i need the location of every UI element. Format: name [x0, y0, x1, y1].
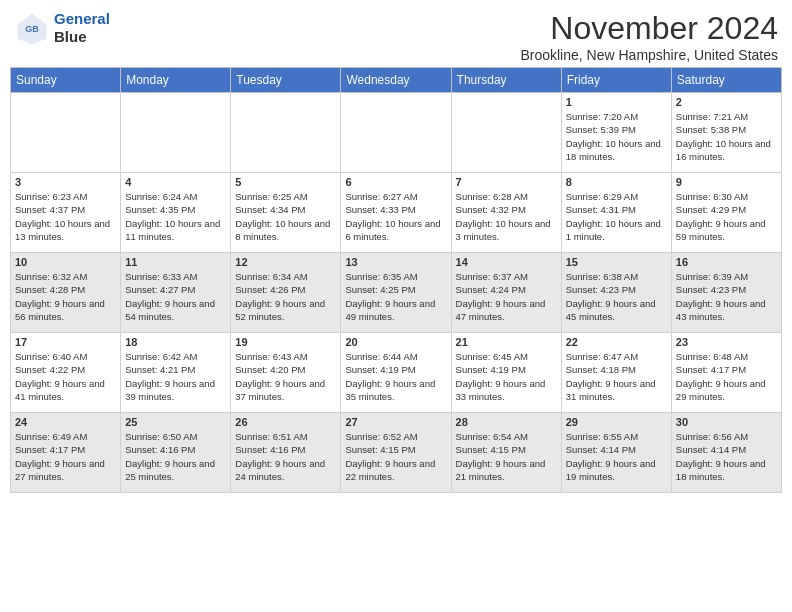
- week-row-4: 17Sunrise: 6:40 AM Sunset: 4:22 PM Dayli…: [11, 333, 782, 413]
- day-info: Sunrise: 6:35 AM Sunset: 4:25 PM Dayligh…: [345, 270, 446, 323]
- title-block: November 2024 Brookline, New Hampshire, …: [520, 10, 778, 63]
- day-number: 30: [676, 416, 777, 428]
- day-info: Sunrise: 6:25 AM Sunset: 4:34 PM Dayligh…: [235, 190, 336, 243]
- day-cell-10: 10Sunrise: 6:32 AM Sunset: 4:28 PM Dayli…: [11, 253, 121, 333]
- day-cell-5: 5Sunrise: 6:25 AM Sunset: 4:34 PM Daylig…: [231, 173, 341, 253]
- day-info: Sunrise: 6:39 AM Sunset: 4:23 PM Dayligh…: [676, 270, 777, 323]
- day-number: 3: [15, 176, 116, 188]
- day-cell-26: 26Sunrise: 6:51 AM Sunset: 4:16 PM Dayli…: [231, 413, 341, 493]
- day-number: 23: [676, 336, 777, 348]
- day-cell-20: 20Sunrise: 6:44 AM Sunset: 4:19 PM Dayli…: [341, 333, 451, 413]
- day-cell-2: 2Sunrise: 7:21 AM Sunset: 5:38 PM Daylig…: [671, 93, 781, 173]
- day-header-sunday: Sunday: [11, 68, 121, 93]
- empty-cell: [451, 93, 561, 173]
- day-number: 25: [125, 416, 226, 428]
- day-cell-21: 21Sunrise: 6:45 AM Sunset: 4:19 PM Dayli…: [451, 333, 561, 413]
- page-header: GB General Blue November 2024 Brookline,…: [10, 10, 782, 63]
- day-cell-9: 9Sunrise: 6:30 AM Sunset: 4:29 PM Daylig…: [671, 173, 781, 253]
- svg-text:GB: GB: [25, 24, 39, 34]
- day-info: Sunrise: 6:43 AM Sunset: 4:20 PM Dayligh…: [235, 350, 336, 403]
- day-number: 1: [566, 96, 667, 108]
- day-info: Sunrise: 6:55 AM Sunset: 4:14 PM Dayligh…: [566, 430, 667, 483]
- day-number: 11: [125, 256, 226, 268]
- logo: GB General Blue: [14, 10, 110, 46]
- day-number: 6: [345, 176, 446, 188]
- day-info: Sunrise: 6:38 AM Sunset: 4:23 PM Dayligh…: [566, 270, 667, 323]
- day-cell-6: 6Sunrise: 6:27 AM Sunset: 4:33 PM Daylig…: [341, 173, 451, 253]
- day-info: Sunrise: 6:28 AM Sunset: 4:32 PM Dayligh…: [456, 190, 557, 243]
- day-info: Sunrise: 6:50 AM Sunset: 4:16 PM Dayligh…: [125, 430, 226, 483]
- day-number: 5: [235, 176, 336, 188]
- day-cell-19: 19Sunrise: 6:43 AM Sunset: 4:20 PM Dayli…: [231, 333, 341, 413]
- day-info: Sunrise: 6:52 AM Sunset: 4:15 PM Dayligh…: [345, 430, 446, 483]
- logo-text: General Blue: [54, 10, 110, 46]
- header-row: SundayMondayTuesdayWednesdayThursdayFrid…: [11, 68, 782, 93]
- day-number: 15: [566, 256, 667, 268]
- day-number: 18: [125, 336, 226, 348]
- day-number: 2: [676, 96, 777, 108]
- day-number: 22: [566, 336, 667, 348]
- day-info: Sunrise: 6:56 AM Sunset: 4:14 PM Dayligh…: [676, 430, 777, 483]
- day-number: 24: [15, 416, 116, 428]
- day-cell-4: 4Sunrise: 6:24 AM Sunset: 4:35 PM Daylig…: [121, 173, 231, 253]
- day-cell-12: 12Sunrise: 6:34 AM Sunset: 4:26 PM Dayli…: [231, 253, 341, 333]
- day-number: 21: [456, 336, 557, 348]
- day-info: Sunrise: 6:32 AM Sunset: 4:28 PM Dayligh…: [15, 270, 116, 323]
- day-number: 10: [15, 256, 116, 268]
- empty-cell: [231, 93, 341, 173]
- day-cell-13: 13Sunrise: 6:35 AM Sunset: 4:25 PM Dayli…: [341, 253, 451, 333]
- day-info: Sunrise: 6:44 AM Sunset: 4:19 PM Dayligh…: [345, 350, 446, 403]
- day-number: 8: [566, 176, 667, 188]
- day-info: Sunrise: 6:27 AM Sunset: 4:33 PM Dayligh…: [345, 190, 446, 243]
- day-cell-25: 25Sunrise: 6:50 AM Sunset: 4:16 PM Dayli…: [121, 413, 231, 493]
- day-cell-30: 30Sunrise: 6:56 AM Sunset: 4:14 PM Dayli…: [671, 413, 781, 493]
- day-cell-7: 7Sunrise: 6:28 AM Sunset: 4:32 PM Daylig…: [451, 173, 561, 253]
- day-info: Sunrise: 6:42 AM Sunset: 4:21 PM Dayligh…: [125, 350, 226, 403]
- day-number: 16: [676, 256, 777, 268]
- day-info: Sunrise: 6:24 AM Sunset: 4:35 PM Dayligh…: [125, 190, 226, 243]
- day-info: Sunrise: 6:29 AM Sunset: 4:31 PM Dayligh…: [566, 190, 667, 243]
- day-cell-3: 3Sunrise: 6:23 AM Sunset: 4:37 PM Daylig…: [11, 173, 121, 253]
- day-number: 13: [345, 256, 446, 268]
- week-row-5: 24Sunrise: 6:49 AM Sunset: 4:17 PM Dayli…: [11, 413, 782, 493]
- month-title: November 2024: [520, 10, 778, 47]
- day-number: 9: [676, 176, 777, 188]
- day-info: Sunrise: 6:33 AM Sunset: 4:27 PM Dayligh…: [125, 270, 226, 323]
- week-row-3: 10Sunrise: 6:32 AM Sunset: 4:28 PM Dayli…: [11, 253, 782, 333]
- day-number: 29: [566, 416, 667, 428]
- week-row-2: 3Sunrise: 6:23 AM Sunset: 4:37 PM Daylig…: [11, 173, 782, 253]
- empty-cell: [121, 93, 231, 173]
- day-number: 14: [456, 256, 557, 268]
- day-number: 17: [15, 336, 116, 348]
- day-cell-14: 14Sunrise: 6:37 AM Sunset: 4:24 PM Dayli…: [451, 253, 561, 333]
- day-info: Sunrise: 6:23 AM Sunset: 4:37 PM Dayligh…: [15, 190, 116, 243]
- day-header-tuesday: Tuesday: [231, 68, 341, 93]
- day-header-wednesday: Wednesday: [341, 68, 451, 93]
- day-info: Sunrise: 6:37 AM Sunset: 4:24 PM Dayligh…: [456, 270, 557, 323]
- day-header-thursday: Thursday: [451, 68, 561, 93]
- day-cell-27: 27Sunrise: 6:52 AM Sunset: 4:15 PM Dayli…: [341, 413, 451, 493]
- day-cell-17: 17Sunrise: 6:40 AM Sunset: 4:22 PM Dayli…: [11, 333, 121, 413]
- day-number: 28: [456, 416, 557, 428]
- day-header-saturday: Saturday: [671, 68, 781, 93]
- day-cell-16: 16Sunrise: 6:39 AM Sunset: 4:23 PM Dayli…: [671, 253, 781, 333]
- day-cell-18: 18Sunrise: 6:42 AM Sunset: 4:21 PM Dayli…: [121, 333, 231, 413]
- day-info: Sunrise: 7:21 AM Sunset: 5:38 PM Dayligh…: [676, 110, 777, 163]
- day-info: Sunrise: 6:45 AM Sunset: 4:19 PM Dayligh…: [456, 350, 557, 403]
- day-cell-22: 22Sunrise: 6:47 AM Sunset: 4:18 PM Dayli…: [561, 333, 671, 413]
- day-info: Sunrise: 6:49 AM Sunset: 4:17 PM Dayligh…: [15, 430, 116, 483]
- day-number: 19: [235, 336, 336, 348]
- day-number: 27: [345, 416, 446, 428]
- day-info: Sunrise: 6:34 AM Sunset: 4:26 PM Dayligh…: [235, 270, 336, 323]
- day-cell-28: 28Sunrise: 6:54 AM Sunset: 4:15 PM Dayli…: [451, 413, 561, 493]
- calendar-table: SundayMondayTuesdayWednesdayThursdayFrid…: [10, 67, 782, 493]
- day-info: Sunrise: 6:40 AM Sunset: 4:22 PM Dayligh…: [15, 350, 116, 403]
- day-cell-11: 11Sunrise: 6:33 AM Sunset: 4:27 PM Dayli…: [121, 253, 231, 333]
- day-header-monday: Monday: [121, 68, 231, 93]
- day-cell-23: 23Sunrise: 6:48 AM Sunset: 4:17 PM Dayli…: [671, 333, 781, 413]
- location: Brookline, New Hampshire, United States: [520, 47, 778, 63]
- day-number: 4: [125, 176, 226, 188]
- day-number: 26: [235, 416, 336, 428]
- day-cell-24: 24Sunrise: 6:49 AM Sunset: 4:17 PM Dayli…: [11, 413, 121, 493]
- logo-icon: GB: [14, 10, 50, 46]
